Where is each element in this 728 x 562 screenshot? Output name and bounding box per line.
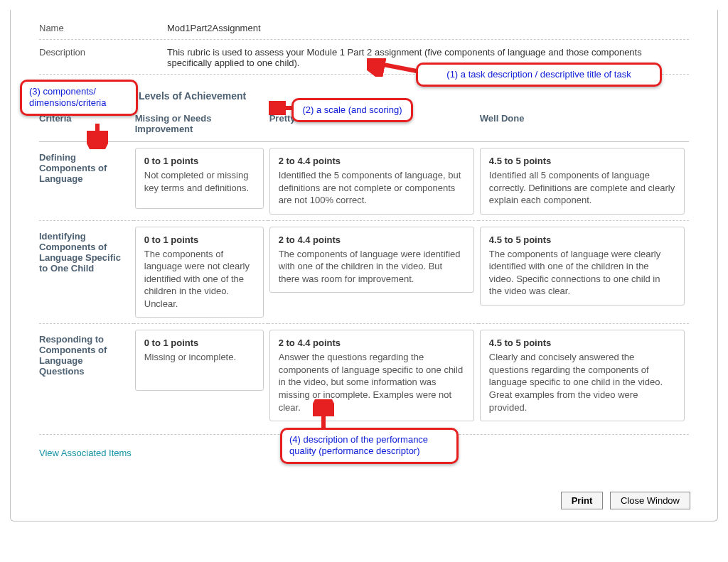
cell-points: 4.5 to 5 points — [489, 337, 675, 348]
rubric-cell: 2 to 4.4 points The components of langua… — [269, 227, 474, 293]
arrow-icon — [313, 399, 334, 431]
rubric-cell: 2 to 4.4 points Identified the 5 compone… — [269, 148, 474, 215]
criterion-label: Responding to Components of Language Que… — [39, 323, 134, 427]
rubric-cell: 0 to 1 points Missing or incomplete. — [135, 330, 264, 391]
arrow-icon — [367, 58, 424, 77]
section-title: Levels of Achievement — [139, 90, 689, 102]
cell-desc: The components of language were clearly … — [489, 248, 675, 298]
annotation-2: (2) a scale (and scoring) — [291, 98, 413, 122]
rubric-cell: 4.5 to 5 points The components of langua… — [480, 227, 685, 306]
cell-points: 2 to 4.4 points — [279, 234, 465, 245]
close-window-button[interactable]: Close Window — [610, 492, 690, 509]
rubric-cell: 0 to 1 points The components of language… — [135, 227, 264, 318]
cell-desc: Not completed or missing key terms and d… — [144, 169, 255, 194]
divider — [39, 39, 689, 40]
annotation-4: (4) description of the performance quali… — [280, 428, 459, 464]
cell-points: 4.5 to 5 points — [489, 156, 675, 166]
table-row: Identifying Components of Language Speci… — [39, 220, 689, 324]
cell-desc: Missing or incomplete. — [144, 351, 255, 364]
annotation-1: (1) a task description / descriptive tit… — [416, 63, 662, 87]
cell-points: 0 to 1 points — [144, 156, 255, 166]
criterion-label: Identifying Components of Language Speci… — [39, 220, 134, 324]
print-button[interactable]: Print — [561, 492, 604, 509]
cell-desc: The components of language were not clea… — [144, 248, 255, 310]
rubric-cell: 4.5 to 5 points Clearly and concisely an… — [480, 330, 685, 421]
cell-points: 2 to 4.4 points — [279, 337, 465, 348]
meta-row-name: Name Mod1Part2Assignment — [39, 18, 689, 38]
desc-label: Description — [39, 43, 167, 72]
arrow-icon — [87, 121, 108, 149]
cell-points: 4.5 to 5 points — [489, 234, 675, 245]
rubric-cell: 2 to 4.4 points Answer the questions reg… — [269, 330, 474, 421]
cell-desc: The components of language were identifi… — [279, 248, 465, 286]
rubric-table: Criteria Missing or Needs Improvement Pr… — [39, 110, 689, 427]
cell-points: 0 to 1 points — [144, 337, 255, 348]
svg-line-0 — [373, 63, 417, 71]
annotation-3: (3) components/ dimensions/criteria — [20, 80, 138, 116]
cell-desc: Identified the 5 components of language,… — [279, 169, 465, 207]
criterion-label: Defining Components of Language — [39, 142, 134, 220]
cell-points: 0 to 1 points — [144, 234, 255, 245]
name-value: Mod1Part2Assignment — [167, 18, 689, 38]
cell-desc: Answer the questions regarding the compo… — [279, 351, 465, 414]
cell-desc: Identified all 5 components of language … — [489, 169, 675, 207]
table-row: Responding to Components of Language Que… — [39, 323, 689, 427]
rubric-cell: 4.5 to 5 points Identified all 5 compone… — [480, 148, 685, 215]
col-level-1: Missing or Needs Improvement — [134, 110, 268, 142]
cell-points: 2 to 4.4 points — [279, 156, 465, 166]
col-level-3: Well Done — [478, 110, 689, 142]
button-bar: Print Close Window — [557, 492, 690, 509]
rubric-cell: 0 to 1 points Not completed or missing k… — [135, 148, 264, 209]
table-row: Defining Components of Language 0 to 1 p… — [39, 142, 689, 220]
cell-desc: Clearly and concisely answered the quest… — [489, 351, 675, 414]
name-label: Name — [39, 18, 167, 38]
